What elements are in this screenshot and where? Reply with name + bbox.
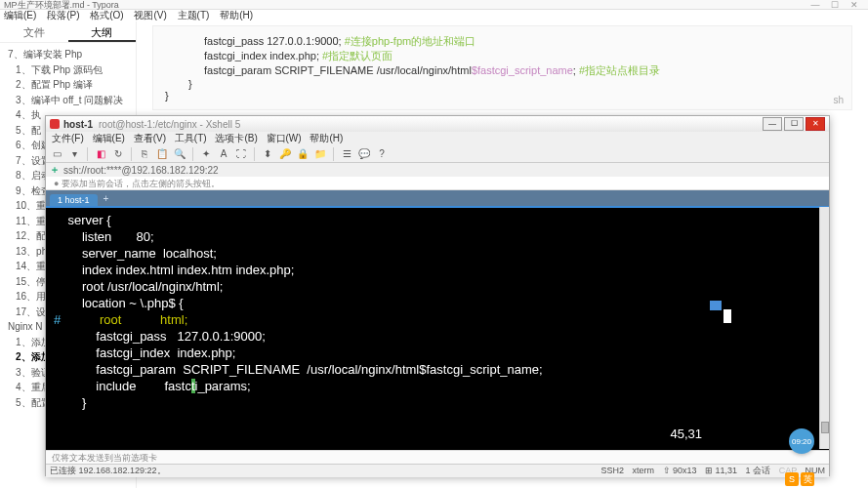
close-icon[interactable]: ✕ xyxy=(845,0,864,10)
open-icon[interactable]: ▾ xyxy=(67,147,81,161)
help-icon[interactable]: ? xyxy=(375,147,389,161)
selection-block xyxy=(723,309,731,323)
search-icon[interactable]: 🔍 xyxy=(173,147,186,161)
new-tab-icon[interactable]: + xyxy=(103,193,109,204)
typora-titlebar: MP生产环境部署.md - Typora —☐✕ xyxy=(0,0,868,10)
lock-icon[interactable]: 🔒 xyxy=(296,147,310,161)
ime-s-icon[interactable]: S xyxy=(785,472,799,486)
xs-maximize-button[interactable]: ☐ xyxy=(784,117,804,131)
status-rowcol: ⊞ 11,31 xyxy=(705,466,737,475)
menu-theme[interactable]: 主题(T) xyxy=(178,10,210,20)
xshell-toolbar[interactable]: ▭ ▾ ◧ ↻ ⎘ 📋 🔍 ✦ A ⛶ ⬍ 🔑 🔒 📁 ☰ 💬 ? xyxy=(46,145,829,163)
ime-indicator[interactable]: S英 xyxy=(785,472,814,486)
copy-icon[interactable]: ⎘ xyxy=(138,147,151,161)
status-connected: 已连接 192.168.182.129:22。 xyxy=(50,465,166,477)
code-line: fastcgi_pass 127.0.0.1:9000; xyxy=(204,35,342,47)
font-icon[interactable]: A xyxy=(217,147,230,161)
xs-menu-edit[interactable]: 编辑(E) xyxy=(93,133,125,143)
xshell-address-bar[interactable]: ＋ ssh://root:****@192.168.182.129:22 xyxy=(46,163,829,177)
menu-edit[interactable]: 编辑(E) xyxy=(4,10,36,20)
code-block: fastcgi_pass 127.0.0.1:9000; #连接php-fpm的… xyxy=(152,25,852,110)
xs-close-button[interactable]: ✕ xyxy=(806,117,825,131)
outline-item[interactable]: 2、配置 Php 编译 xyxy=(0,77,136,93)
menu-view[interactable]: 视图(V) xyxy=(134,10,166,20)
xs-menu-window[interactable]: 窗口(W) xyxy=(267,133,302,143)
session-icon[interactable]: ☰ xyxy=(340,147,353,161)
scrollbar-thumb[interactable] xyxy=(821,422,829,433)
folder-icon[interactable]: 📁 xyxy=(313,147,327,161)
add-session-icon[interactable]: ＋ xyxy=(50,163,60,177)
xs-menu-tools[interactable]: 工具(T) xyxy=(175,133,207,143)
code-lang-badge: sh xyxy=(833,95,844,105)
reconnect-icon[interactable]: ↻ xyxy=(111,147,125,161)
xs-menu-file[interactable]: 文件(F) xyxy=(52,133,84,143)
xs-menu-help[interactable]: 帮助(H) xyxy=(310,133,343,143)
selection-block xyxy=(710,301,722,310)
outline-item[interactable]: 3、编译中 off_t 问题解决 xyxy=(0,93,136,108)
cursor-position: 45,31 xyxy=(670,427,702,441)
fullscreen-icon[interactable]: ⛶ xyxy=(234,147,248,161)
code-comment: #连接php-fpm的地址和端口 xyxy=(345,35,475,47)
status-xterm: xterm xyxy=(633,466,655,475)
xshell-window[interactable]: host-1root@host-1:/etc/nginx - Xshell 5 … xyxy=(45,115,830,476)
transfer-icon[interactable]: ⬍ xyxy=(261,147,274,161)
xshell-statusbar: 已连接 192.168.182.129:22。 SSH2 xterm ⇧ 90x… xyxy=(46,464,829,477)
xshell-hint: ● 要添加当前会话，点击左侧的箭头按钮。 xyxy=(46,177,829,190)
xshell-menubar[interactable]: 文件(F) 编辑(E) 查看(V) 工具(T) 选项卡(B) 窗口(W) 帮助(… xyxy=(46,132,829,145)
new-session-icon[interactable]: ▭ xyxy=(50,147,63,161)
sidebar-tab-outline[interactable]: 大纲 xyxy=(68,21,137,42)
typora-menubar[interactable]: 编辑(E) 段落(P) 格式(O) 视图(V) 主题(T) 帮助(H) xyxy=(0,10,868,21)
xshell-tab-host1[interactable]: 1 host-1 xyxy=(50,194,98,206)
xs-menu-tab[interactable]: 选项卡(B) xyxy=(215,133,257,143)
code-comment: #指定站点根目录 xyxy=(579,64,660,76)
send-text-hint: 仅将文本发送到当前选项卡 xyxy=(46,450,829,464)
status-size: ⇧ 90x13 xyxy=(663,466,697,475)
outline-item[interactable]: 7、编译安装 Php xyxy=(0,47,136,62)
chat-icon[interactable]: 💬 xyxy=(357,147,371,161)
xs-menu-view[interactable]: 查看(V) xyxy=(134,133,166,143)
key-icon[interactable]: 🔑 xyxy=(278,147,292,161)
clock-widget[interactable]: 09:20 xyxy=(789,428,814,454)
menu-paragraph[interactable]: 段落(P) xyxy=(47,10,79,20)
xshell-subtitle: root@host-1:/etc/nginx - Xshell 5 xyxy=(99,119,240,130)
status-sessions: 1 会话 xyxy=(746,466,771,475)
ime-cn-icon[interactable]: 英 xyxy=(801,472,814,486)
ssh-address: ssh://root:****@192.168.182.129:22 xyxy=(63,165,219,176)
paste-icon[interactable]: 📋 xyxy=(155,147,169,161)
outline-item[interactable]: 1、下载 Php 源码包 xyxy=(0,62,136,78)
xs-minimize-button[interactable]: — xyxy=(763,117,782,131)
typora-window-controls[interactable]: —☐✕ xyxy=(806,0,864,9)
code-line: fastcgi_param SCRIPT_FILENAME /usr/local… xyxy=(204,64,472,76)
terminal-scrollbar[interactable] xyxy=(819,207,829,449)
sidebar-tab-files[interactable]: 文件 xyxy=(0,21,68,42)
menu-help[interactable]: 帮助(H) xyxy=(220,10,253,20)
code-line: fastcgi_index index.php; xyxy=(204,50,319,61)
xshell-titlebar[interactable]: host-1root@host-1:/etc/nginx - Xshell 5 … xyxy=(46,116,829,132)
minimize-icon[interactable]: — xyxy=(806,0,825,10)
code-var: $fastcgi_script_name xyxy=(472,64,573,76)
xshell-tabstrip[interactable]: 1 host-1 + xyxy=(46,190,829,206)
maximize-icon[interactable]: ☐ xyxy=(825,0,845,10)
xshell-app-icon xyxy=(50,119,60,129)
zoom-icon[interactable]: ✦ xyxy=(199,147,213,161)
status-ssh2: SSH2 xyxy=(600,466,624,475)
code-comment: #指定默认页面 xyxy=(322,50,393,61)
color-icon[interactable]: ◧ xyxy=(94,147,107,161)
menu-format[interactable]: 格式(O) xyxy=(90,10,123,20)
xshell-title: host-1 xyxy=(63,119,93,130)
terminal[interactable]: server { listen 80; server_name localhos… xyxy=(46,206,829,450)
typora-title: MP生产环境部署.md - Typora xyxy=(4,0,119,9)
